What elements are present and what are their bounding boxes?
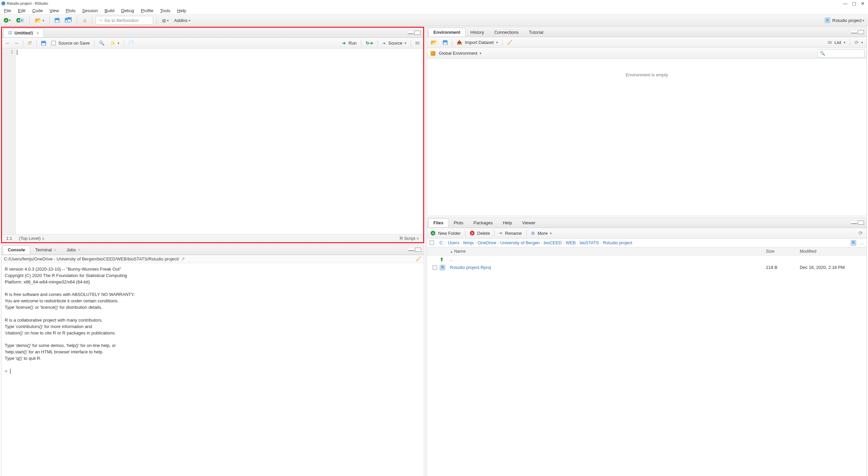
- main-toolbar: +▾ +R 📂 🖨 ↪ Go to file/function ▦ Addins…: [0, 15, 868, 26]
- new-folder-button[interactable]: +New Folder: [429, 230, 462, 236]
- goto-project-icon[interactable]: R: [851, 240, 856, 246]
- menu-profile[interactable]: Profile: [139, 7, 155, 14]
- tab-help[interactable]: Help: [498, 218, 517, 227]
- new-file-button[interactable]: +▾: [2, 16, 13, 24]
- select-all-checkbox[interactable]: [430, 241, 434, 245]
- notebook-button[interactable]: 📄: [127, 40, 136, 46]
- clear-objects-button[interactable]: 🧹: [505, 39, 514, 46]
- new-project-button[interactable]: +R: [15, 16, 26, 24]
- path-more-button[interactable]: …: [860, 240, 864, 245]
- window-minimize[interactable]: —: [843, 1, 847, 6]
- col-size[interactable]: Size: [766, 249, 800, 254]
- file-up-row[interactable]: ⬆ ..: [427, 255, 867, 264]
- pane-maximize-icon[interactable]: [858, 221, 864, 225]
- crumb[interactable]: femjs: [463, 240, 474, 245]
- file-type-indicator[interactable]: R Script ⇅: [400, 236, 419, 241]
- tab-jobs[interactable]: Jobs×: [62, 245, 86, 254]
- pane-maximize-icon[interactable]: [858, 30, 864, 34]
- window-maximize[interactable]: ▢: [852, 1, 856, 6]
- menu-edit[interactable]: Edit: [16, 7, 27, 14]
- window-close[interactable]: ✕: [861, 1, 865, 6]
- outline-button[interactable]: [414, 41, 421, 45]
- tab-console[interactable]: Console: [3, 245, 30, 254]
- menu-plots[interactable]: Plots: [64, 7, 77, 14]
- file-row[interactable]: R Rstudio project.Rproj 218 B Dec 16, 20…: [427, 264, 867, 272]
- crumb[interactable]: bioSTATS: [580, 240, 599, 245]
- delete-button[interactable]: ✕Delete: [468, 230, 492, 236]
- close-icon[interactable]: ×: [78, 247, 80, 252]
- tab-plots[interactable]: Plots: [449, 218, 468, 227]
- rename-button[interactable]: ➔Rename: [497, 230, 523, 236]
- save-source-button[interactable]: [40, 40, 48, 46]
- refresh-files-button[interactable]: ⟳: [857, 229, 865, 237]
- menu-code[interactable]: Code: [30, 7, 45, 14]
- popout-button[interactable]: 🗗: [26, 40, 34, 46]
- view-mode-button[interactable]: List: [826, 39, 847, 46]
- menu-tools[interactable]: Tools: [158, 7, 172, 14]
- close-tab-icon[interactable]: ×: [37, 30, 39, 35]
- files-breadcrumb: C:› Users› femjs› OneDrive - University …: [427, 239, 867, 247]
- grid-button[interactable]: ▦: [160, 16, 170, 24]
- source-tab-untitled[interactable]: Untitled1 ×: [3, 28, 44, 37]
- import-dataset-button[interactable]: 📥Import Dataset: [455, 39, 499, 46]
- tab-files[interactable]: Files: [428, 218, 449, 227]
- scope-indicator[interactable]: (Top Level) ⇅: [19, 236, 45, 241]
- wand-button[interactable]: ✨: [108, 40, 121, 46]
- find-button[interactable]: 🔍: [97, 40, 106, 46]
- source-on-save-checkbox[interactable]: Source on Save: [50, 40, 92, 46]
- crumb[interactable]: C:: [439, 240, 444, 245]
- source-script-button[interactable]: ➔Source: [381, 40, 408, 46]
- load-workspace-button[interactable]: 📂: [429, 39, 439, 46]
- tab-packages[interactable]: Packages: [468, 218, 498, 227]
- col-name[interactable]: ▲Name: [450, 249, 766, 254]
- menu-build[interactable]: Build: [103, 7, 117, 14]
- run-button[interactable]: ➔Run: [340, 40, 358, 46]
- pane-minimize-icon[interactable]: [408, 248, 414, 251]
- console-output[interactable]: R version 4.0.3 (2020-10-10) -- "Bunny-W…: [1, 263, 424, 476]
- pane-minimize-icon[interactable]: [408, 31, 414, 34]
- close-icon[interactable]: ×: [54, 247, 56, 252]
- tab-terminal[interactable]: Terminal×: [30, 245, 62, 254]
- goto-dir-icon[interactable]: ⇗: [181, 256, 185, 261]
- file-checkbox[interactable]: [433, 265, 437, 270]
- menu-help[interactable]: Help: [175, 7, 188, 14]
- project-menu[interactable]: R Rstudio project: [823, 16, 866, 24]
- pane-maximize-icon[interactable]: [415, 248, 421, 252]
- addins-button[interactable]: Addins: [172, 16, 192, 24]
- tab-tutorial[interactable]: Tutorial: [524, 28, 549, 36]
- clear-console-icon[interactable]: 🧹: [416, 256, 421, 261]
- print-button[interactable]: 🖨: [80, 16, 89, 24]
- code-editor[interactable]: [16, 49, 423, 234]
- more-button[interactable]: ⚙More: [529, 230, 554, 236]
- col-modified[interactable]: Modified: [800, 249, 864, 254]
- tab-viewer[interactable]: Viewer: [517, 218, 541, 227]
- nav-fwd-button[interactable]: ➡: [13, 40, 20, 46]
- crumb[interactable]: Rstudio project: [603, 240, 632, 245]
- tab-history[interactable]: History: [465, 28, 489, 36]
- tab-environment[interactable]: Environment: [428, 28, 465, 36]
- save-button[interactable]: [53, 16, 61, 24]
- crumb[interactable]: bioCEED: [544, 240, 562, 245]
- rerun-button[interactable]: ↻➔: [364, 40, 375, 46]
- menu-view[interactable]: View: [47, 7, 61, 14]
- pane-maximize-icon[interactable]: [414, 31, 420, 35]
- goto-file-input[interactable]: ↪ Go to file/function: [96, 16, 153, 25]
- source-pane: Untitled1 × ⬅ ➡ 🗗 Source on Save 🔍 ✨: [1, 27, 424, 243]
- pane-minimize-icon[interactable]: [851, 31, 857, 33]
- env-search-input[interactable]: 🔍: [817, 49, 865, 57]
- env-scope-button[interactable]: Global Environment: [429, 50, 483, 56]
- pane-minimize-icon[interactable]: [851, 221, 857, 224]
- nav-back-button[interactable]: ⬅: [4, 40, 11, 46]
- menu-session[interactable]: Session: [80, 7, 100, 14]
- menu-file[interactable]: File: [2, 7, 13, 14]
- save-workspace-button[interactable]: [441, 40, 449, 46]
- tab-connections[interactable]: Connections: [489, 28, 524, 36]
- file-name[interactable]: Rstudio project.Rproj: [450, 265, 766, 270]
- crumb[interactable]: OneDrive - University of Bergen: [478, 240, 540, 245]
- refresh-env-button[interactable]: ⟳: [853, 39, 865, 46]
- open-file-button[interactable]: 📂: [33, 16, 46, 24]
- menu-debug[interactable]: Debug: [119, 7, 136, 14]
- save-all-button[interactable]: [63, 16, 73, 24]
- crumb[interactable]: WEB: [566, 240, 576, 245]
- crumb[interactable]: Users: [448, 240, 459, 245]
